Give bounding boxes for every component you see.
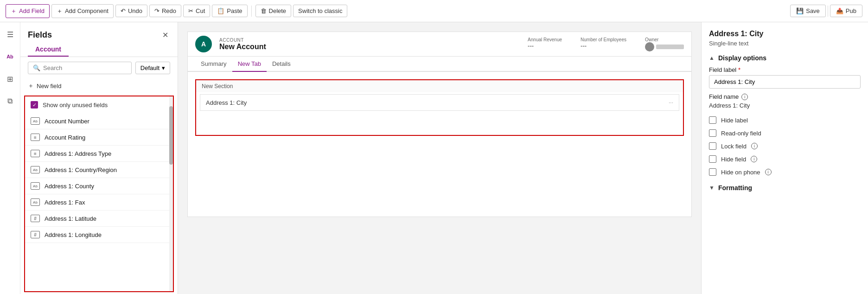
owner-value (645, 42, 684, 51)
tab-new-tab[interactable]: New Tab (232, 57, 267, 72)
info-icon[interactable]: i (741, 94, 748, 100)
list-item[interactable]: Account Number (25, 113, 173, 129)
chevron-down-icon: ▼ (709, 185, 715, 191)
lock-info-icon[interactable]: i (751, 143, 758, 149)
option-field-icon (31, 134, 40, 141)
cut-icon: ✂ (188, 7, 193, 14)
switch-classic-button[interactable]: Switch to classic (293, 5, 347, 17)
number-field-icon (31, 215, 40, 222)
text-field-icon (31, 182, 40, 190)
hide-field-info-icon[interactable]: i (751, 156, 757, 162)
cut-button[interactable]: ✂ Cut (183, 5, 210, 17)
field-label-input[interactable] (709, 75, 861, 89)
list-item[interactable]: Address 1: Address Type (25, 146, 173, 162)
read-only-checkbox[interactable] (709, 129, 716, 137)
field-name-label: Field name i (709, 93, 861, 100)
delete-icon: 🗑 (261, 7, 267, 14)
form-body: New Section Address 1: City ··· (188, 72, 691, 151)
hide-on-phone-option[interactable]: Hide on phone i (709, 166, 861, 179)
section-empty-row (196, 113, 683, 135)
undo-button[interactable]: ↶ Undo (115, 5, 147, 17)
text-field-icon (31, 198, 40, 206)
tab-summary[interactable]: Summary (195, 57, 232, 71)
right-panel-subtitle: Single-line text (709, 40, 861, 47)
form-inner: A ACCOUNT New Account Annual Revenue ---… (187, 32, 692, 217)
hide-field-checkbox[interactable] (709, 155, 716, 163)
hide-label-checkbox[interactable] (709, 116, 716, 124)
right-panel-title: Address 1: City (709, 30, 861, 38)
redo-button[interactable]: ↷ Redo (149, 5, 181, 17)
list-item[interactable]: Address 1: Longitude (25, 227, 173, 243)
publish-button[interactable]: 📤 Pub (830, 5, 862, 17)
hide-field-option[interactable]: Hide field i (709, 153, 861, 166)
annual-revenue-field: Annual Revenue --- (528, 37, 562, 51)
new-field-row[interactable]: ＋ New field (20, 79, 178, 94)
redo-icon: ↷ (154, 7, 160, 14)
search-icon: 🔍 (33, 64, 40, 71)
fields-list: Show only unused fields Account Number A… (24, 96, 174, 292)
option-field-icon (31, 150, 40, 157)
add-field-button[interactable]: ＋ Add Field (6, 4, 50, 18)
read-only-option[interactable]: Read-only field (709, 127, 861, 140)
employees-field: Number of Employees --- (581, 37, 626, 51)
required-star: * (738, 66, 740, 73)
list-item[interactable]: Address 1: County (25, 178, 173, 194)
owner-label: Owner (645, 37, 684, 42)
account-tab[interactable]: Account (28, 45, 69, 57)
search-input[interactable] (43, 64, 127, 71)
list-item[interactable]: Address 1: Country/Region (25, 162, 173, 178)
delete-button[interactable]: 🗑 Delete (255, 5, 292, 17)
form-header-fields: Annual Revenue --- Number of Employees -… (528, 37, 684, 51)
save-icon: 💾 (796, 7, 804, 14)
account-name: New Account (219, 43, 266, 51)
annual-revenue-label: Annual Revenue (528, 37, 562, 42)
list-item[interactable]: Account Rating (25, 129, 173, 146)
lock-field-option[interactable]: Lock field i (709, 140, 861, 153)
text-field-icon (31, 117, 40, 125)
show-unused-row[interactable]: Show only unused fields (25, 96, 173, 113)
section-header: New Section (196, 80, 683, 92)
formatting-section: ▼ Formatting (709, 184, 861, 192)
tab-details[interactable]: Details (267, 57, 296, 71)
lock-field-checkbox[interactable] (709, 142, 716, 150)
close-fields-button[interactable]: ✕ (160, 29, 170, 41)
hide-phone-info-icon[interactable]: i (765, 169, 772, 175)
number-field-icon (31, 231, 40, 238)
plus-icon: ＋ (28, 82, 34, 90)
paste-button[interactable]: 📋 Paste (212, 5, 247, 17)
field-label-title: Field label * (709, 66, 861, 73)
default-dropdown[interactable]: Default ▾ (135, 62, 170, 74)
section-field-city[interactable]: Address 1: City ··· (200, 94, 679, 111)
form-header: A ACCOUNT New Account Annual Revenue ---… (188, 32, 691, 57)
toolbar-right: 💾 Save 📤 Pub (790, 5, 862, 17)
rail-menu-icon[interactable]: ☰ (3, 27, 18, 42)
show-unused-checkbox[interactable] (31, 101, 38, 109)
undo-icon: ↶ (121, 7, 126, 14)
owner-field: Owner (645, 37, 684, 51)
scrollbar-thumb[interactable] (169, 106, 173, 165)
chevron-down-icon: ▾ (162, 64, 165, 71)
rail-layers-icon[interactable]: ⧉ (3, 94, 18, 109)
form-tabs: Summary New Tab Details (188, 57, 691, 72)
paste-icon: 📋 (217, 7, 224, 14)
fields-tab-row: Account (20, 45, 178, 57)
field-name-value: Address 1: City (709, 102, 861, 109)
save-button[interactable]: 💾 Save (790, 5, 826, 17)
list-item[interactable]: Address 1: Fax (25, 194, 173, 211)
list-item[interactable]: Address 1: Latitude (25, 211, 173, 227)
fields-panel-title: Fields (28, 30, 52, 40)
hide-on-phone-checkbox[interactable] (709, 168, 716, 176)
text-field-icon (31, 166, 40, 173)
hide-label-option[interactable]: Hide label (709, 114, 861, 127)
toolbar: ＋ Add Field ＋ Add Component ↶ Undo ↷ Red… (0, 0, 868, 22)
fields-panel: Fields ✕ Account 🔍 Default ▾ ＋ New field… (20, 22, 178, 294)
section-field-dots: ··· (669, 99, 673, 106)
rail-grid-icon[interactable]: ⊞ (3, 71, 18, 86)
add-component-button[interactable]: ＋ Add Component (51, 4, 114, 18)
avatar: A (195, 36, 212, 52)
scrollbar-track (169, 96, 173, 291)
icon-rail: ☰ Ab ⊞ ⧉ (0, 22, 20, 294)
right-panel: Address 1: City Single-line text ▲ Displ… (701, 22, 868, 294)
save-split (828, 6, 828, 17)
rail-text-icon[interactable]: Ab (3, 49, 18, 64)
